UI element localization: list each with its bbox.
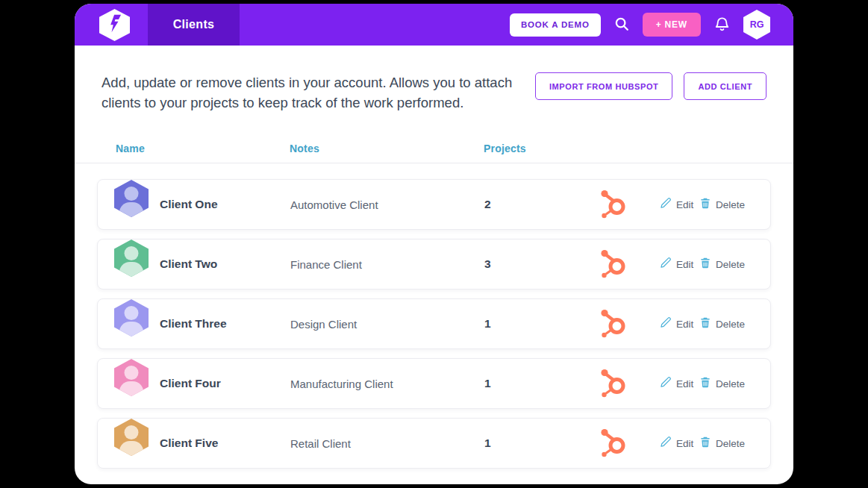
add-client-button[interactable]: ADD CLIENT xyxy=(684,72,766,100)
client-projects-count: 1 xyxy=(484,437,491,450)
trash-icon xyxy=(699,376,711,391)
edit-button-label: Edit xyxy=(676,438,693,449)
client-name: Client Three xyxy=(160,317,227,331)
client-name: Client One xyxy=(160,198,218,211)
delete-button[interactable]: Delete xyxy=(699,197,745,212)
user-avatar-initials: RG xyxy=(750,19,764,30)
client-notes: Design Client xyxy=(290,318,357,331)
trash-icon xyxy=(699,197,711,212)
edit-button[interactable]: Edit xyxy=(659,197,693,212)
column-header-notes: Notes xyxy=(290,143,319,154)
edit-button[interactable]: Edit xyxy=(659,376,693,391)
search-icon xyxy=(613,16,630,34)
tab-clients[interactable]: Clients xyxy=(148,4,240,46)
new-button[interactable]: + NEW xyxy=(643,13,701,37)
client-avatar xyxy=(114,419,149,456)
delete-button-label: Delete xyxy=(716,319,745,330)
client-row: Client Two Finance Client 3 Edit xyxy=(97,239,771,290)
delete-button-label: Delete xyxy=(716,199,745,210)
client-avatar xyxy=(114,299,149,337)
pencil-icon xyxy=(659,257,672,272)
client-notes: Manufacturing Client xyxy=(290,378,393,390)
page-background: Clients BOOK A DEMO + NEW xyxy=(0,0,868,488)
edit-button[interactable]: Edit xyxy=(659,436,693,451)
hubspot-icon[interactable] xyxy=(596,426,631,460)
search-button[interactable] xyxy=(613,16,630,34)
client-row: Client Three Design Client 1 Edit xyxy=(97,298,771,349)
app-logo[interactable] xyxy=(99,9,130,41)
column-header-projects: Projects xyxy=(484,143,526,154)
logo-icon xyxy=(107,13,123,37)
client-projects-count: 3 xyxy=(484,257,491,271)
delete-button-label: Delete xyxy=(716,259,745,270)
client-name: Client Four xyxy=(160,377,221,390)
client-row: Client Five Retail Client 1 Edit xyxy=(97,418,771,469)
delete-button[interactable]: Delete xyxy=(699,316,745,331)
bell-icon xyxy=(714,15,731,35)
client-projects-count: 1 xyxy=(484,377,491,390)
trash-icon xyxy=(699,257,711,272)
client-name: Client Two xyxy=(160,257,217,271)
client-avatar xyxy=(114,180,149,217)
edit-button-label: Edit xyxy=(676,319,693,330)
client-avatar xyxy=(114,359,149,396)
client-row: Client One Automotive Client 2 Edit xyxy=(97,179,771,230)
client-projects-count: 2 xyxy=(484,198,491,211)
client-notes: Retail Client xyxy=(290,437,351,450)
column-header-name: Name xyxy=(116,143,145,154)
edit-button-label: Edit xyxy=(676,259,693,270)
hubspot-icon[interactable] xyxy=(596,187,631,222)
table-column-headers: Name Notes Projects xyxy=(75,143,793,157)
delete-button-label: Delete xyxy=(716,438,745,449)
header-actions: BOOK A DEMO + NEW xyxy=(510,4,770,46)
page-description: Add, update or remove clients in your ac… xyxy=(102,72,533,113)
client-avatar xyxy=(114,240,149,277)
client-projects-count: 1 xyxy=(484,317,491,331)
hubspot-icon[interactable] xyxy=(596,366,631,401)
import-from-hubspot-button[interactable]: IMPORT FROM HUBSPOT xyxy=(535,72,672,100)
app-window: Clients BOOK A DEMO + NEW xyxy=(75,4,793,484)
client-name: Client Five xyxy=(160,437,218,450)
client-list: Client One Automotive Client 2 Edit xyxy=(97,179,771,469)
tab-clients-label: Clients xyxy=(173,18,214,31)
user-avatar[interactable]: RG xyxy=(743,10,770,40)
pencil-icon xyxy=(659,376,672,391)
edit-button[interactable]: Edit xyxy=(659,257,693,272)
delete-button[interactable]: Delete xyxy=(699,376,745,391)
edit-button-label: Edit xyxy=(676,378,693,390)
edit-button[interactable]: Edit xyxy=(659,316,693,331)
header-divider xyxy=(75,163,793,163)
client-notes: Finance Client xyxy=(290,258,362,271)
notifications-button[interactable] xyxy=(714,15,731,35)
hubspot-icon[interactable] xyxy=(596,247,631,281)
client-row: Client Four Manufacturing Client 1 Edit xyxy=(97,358,771,409)
trash-icon xyxy=(699,316,711,331)
trash-icon xyxy=(699,436,711,451)
edit-button-label: Edit xyxy=(676,199,693,210)
pencil-icon xyxy=(659,197,672,212)
delete-button[interactable]: Delete xyxy=(699,257,745,272)
client-notes: Automotive Client xyxy=(290,198,378,211)
delete-button-label: Delete xyxy=(716,378,745,390)
hubspot-icon[interactable] xyxy=(596,307,631,341)
pencil-icon xyxy=(659,316,672,331)
delete-button[interactable]: Delete xyxy=(699,436,745,451)
pencil-icon xyxy=(659,436,672,451)
book-a-demo-button[interactable]: BOOK A DEMO xyxy=(510,13,601,37)
app-header: Clients BOOK A DEMO + NEW xyxy=(75,4,793,46)
intro-buttons: IMPORT FROM HUBSPOT ADD CLIENT xyxy=(535,72,766,100)
